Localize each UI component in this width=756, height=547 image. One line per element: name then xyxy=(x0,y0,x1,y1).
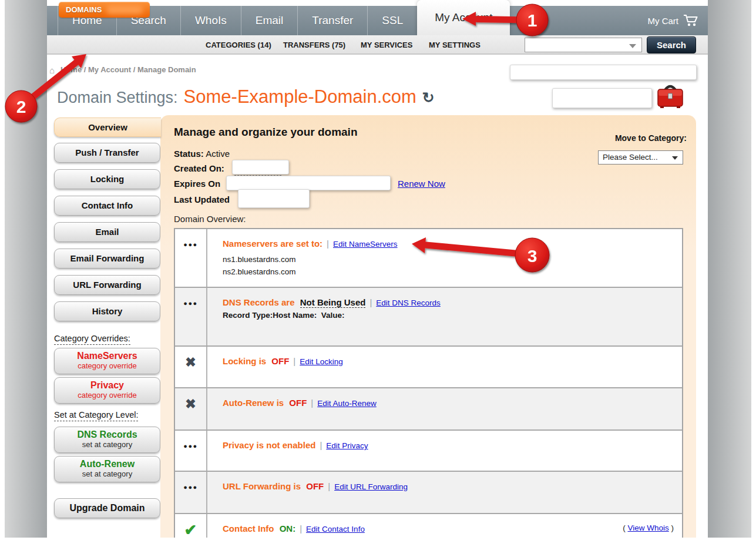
sidebar-item-history[interactable]: History xyxy=(54,301,160,321)
domains-label: DOMAINS xyxy=(66,5,102,14)
subnav-domains-button[interactable]: DOMAINS xyxy=(59,2,150,18)
row-title: URL Forwarding is xyxy=(223,481,301,491)
overview-table: ●●● Nameservers are set to:|Edit NameSer… xyxy=(174,228,683,538)
toolbox-icon[interactable] xyxy=(656,82,685,110)
row-title: Locking is xyxy=(223,356,266,366)
screenshot-canvas: Home Search WhoIs Email Transfer SSL My … xyxy=(0,0,756,547)
created-label: Created On: xyxy=(174,163,224,173)
right-gutter xyxy=(708,0,751,538)
dots-icon: ●●● xyxy=(183,300,197,307)
edit-dns-records-link[interactable]: Edit DNS Records xyxy=(376,298,441,307)
dns-records-category-title: DNS Records xyxy=(55,429,160,440)
my-cart-label: My Cart xyxy=(648,16,679,26)
tab-my-account[interactable]: My Account xyxy=(417,0,510,35)
category-overrides-label: Category Overrides: xyxy=(54,334,130,343)
home-icon: ⌂ xyxy=(49,65,55,75)
redacted-expires-date xyxy=(226,176,391,190)
view-whois-link[interactable]: View Whois xyxy=(627,523,668,532)
sidebar-item-email[interactable]: Email xyxy=(54,222,160,242)
main-panel: Manage and organize your domain Move to … xyxy=(160,115,696,538)
search-button[interactable]: Search xyxy=(647,36,696,53)
refresh-icon[interactable]: ↻ xyxy=(422,89,435,106)
edit-contact-info-link[interactable]: Edit Contact Info xyxy=(306,525,365,533)
x-icon: ✖ xyxy=(185,397,196,412)
dots-icon: ●●● xyxy=(183,442,197,449)
dns-record-columns: Record Type:Host Name: Value: xyxy=(223,311,674,320)
title-domain: Some-Example-Domain.com xyxy=(184,86,416,108)
row-status: OFF xyxy=(289,398,307,408)
sidebar-item-locking[interactable]: Locking xyxy=(54,169,160,189)
edit-url-forwarding-link[interactable]: Edit URL Forwarding xyxy=(334,482,408,491)
sidebar-item-email-forwarding[interactable]: Email Forwarding xyxy=(54,249,160,269)
tab-ssl[interactable]: SSL xyxy=(367,6,417,35)
edit-privacy-link[interactable]: Edit Privacy xyxy=(326,441,368,450)
sidebar-item-privacy-override[interactable]: Privacy category override xyxy=(54,377,160,404)
created-line: Created On: xyxy=(174,163,224,173)
edit-auto-renew-link[interactable]: Edit Auto-Renew xyxy=(317,399,377,408)
page: Home Search WhoIs Email Transfer SSL My … xyxy=(47,0,708,538)
nameserver-1: ns1.bluestardns.com xyxy=(223,253,674,266)
privacy-override-sub: category override xyxy=(55,391,160,400)
subnav-transfers[interactable]: TRANSFERS (75) xyxy=(283,36,345,54)
status-label: Status: xyxy=(174,149,204,159)
redacted-created-date xyxy=(232,160,289,174)
sidebar-item-auto-renew-category[interactable]: Auto-Renew set at category xyxy=(54,456,160,482)
subnav-categories[interactable]: CATEGORIES (14) xyxy=(206,36,271,54)
auto-renew-category-title: Auto-Renew xyxy=(55,459,160,469)
table-row-nameservers: ●●● Nameservers are set to:|Edit NameSer… xyxy=(175,229,682,288)
nameservers-override-sub: category override xyxy=(55,361,160,370)
breadcrumb[interactable]: Home / My Account / Manage Domain xyxy=(61,65,196,74)
tab-email[interactable]: Email xyxy=(241,6,298,35)
table-row-locking: ✖ Locking is OFF|Edit Locking xyxy=(175,347,682,388)
redacted-domain-count xyxy=(106,5,143,14)
subnav-my-settings[interactable]: MY SETTINGS xyxy=(429,36,481,54)
category-select-value: Please Select... xyxy=(603,153,658,162)
auto-renew-category-sub: set at category xyxy=(55,469,160,478)
row-status: ON: xyxy=(280,523,296,533)
row-title: DNS Records are xyxy=(223,297,295,307)
row-title: Contact Info xyxy=(223,523,274,533)
domain-search-combobox[interactable] xyxy=(525,38,642,52)
sidebar-item-upgrade-domain[interactable]: Upgrade Domain xyxy=(54,498,160,518)
check-icon: ✔ xyxy=(184,521,197,538)
x-icon: ✖ xyxy=(185,355,196,370)
category-select[interactable]: Please Select... xyxy=(598,150,683,165)
domain-overview-label: Domain Overview: xyxy=(174,214,246,224)
sidebar-item-push-transfer[interactable]: Push / Transfer xyxy=(54,143,160,163)
redacted-updated-date xyxy=(238,189,310,208)
row-status: OFF xyxy=(271,356,289,366)
my-cart-button[interactable]: My Cart xyxy=(648,6,699,35)
sidebar-item-overview[interactable]: Overview xyxy=(54,118,161,137)
page-title: Domain Settings: Some-Example-Domain.com… xyxy=(57,86,435,108)
tab-transfer[interactable]: Transfer xyxy=(297,6,367,35)
expires-line: Expires On xyxy=(174,179,220,189)
set-at-category-label: Set at Category Level: xyxy=(54,410,138,420)
row-title: Privacy is not enabled xyxy=(223,440,315,450)
section-heading: Manage and organize your domain xyxy=(174,126,358,139)
table-row-privacy: ●●● Privacy is not enabled|Edit Privacy xyxy=(175,431,682,472)
move-to-category-label: Move to Category: xyxy=(615,133,687,143)
table-row-url-forwarding: ●●● URL Forwarding is OFF|Edit URL Forwa… xyxy=(175,472,682,514)
left-gutter xyxy=(5,0,47,538)
table-row-contact-info: ✔ Contact Info ON:|Edit Contact Info ( V… xyxy=(175,514,682,538)
sidebar-item-contact-info[interactable]: Contact Info xyxy=(54,196,160,216)
sidebar-item-url-forwarding[interactable]: URL Forwarding xyxy=(54,275,160,295)
row-status: Not Being Used xyxy=(300,297,366,308)
tab-whois[interactable]: WhoIs xyxy=(180,6,241,35)
sidebar-item-dns-records-category[interactable]: DNS Records set at category xyxy=(54,427,160,453)
sidebar-item-nameservers-override[interactable]: NameServers category override xyxy=(54,348,160,374)
dns-records-category-sub: set at category xyxy=(55,440,160,449)
privacy-override-title: Privacy xyxy=(55,380,160,391)
view-whois: ( View Whois ) xyxy=(623,523,674,532)
table-row-auto-renew: ✖ Auto-Renew is OFF|Edit Auto-Renew xyxy=(175,388,682,431)
row-status: OFF xyxy=(306,481,324,491)
edit-nameservers-link[interactable]: Edit NameServers xyxy=(333,240,398,249)
dots-icon: ●●● xyxy=(183,484,197,491)
edit-locking-link[interactable]: Edit Locking xyxy=(300,357,343,366)
dots-icon: ●●● xyxy=(183,241,197,248)
redacted-box-title xyxy=(552,88,652,108)
subnav-my-services[interactable]: MY SERVICES xyxy=(361,36,412,54)
renew-now-link[interactable]: Renew Now xyxy=(398,179,445,189)
status-value: Active xyxy=(206,149,230,159)
title-prefix: Domain Settings: xyxy=(57,89,178,107)
